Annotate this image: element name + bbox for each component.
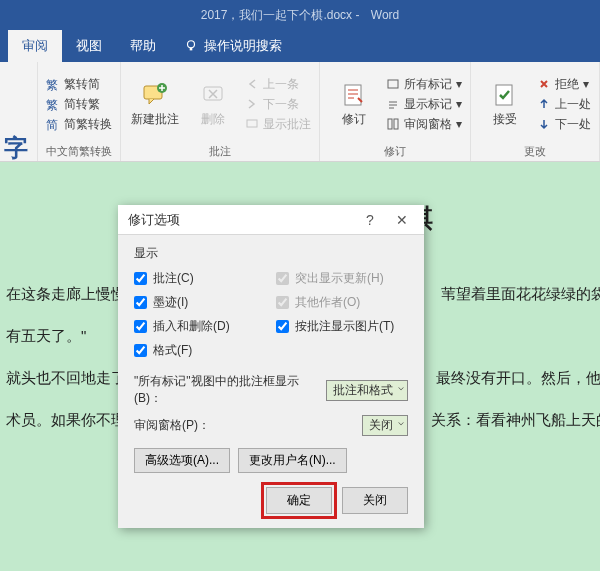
- svg-rect-1: [190, 48, 193, 51]
- svg-point-0: [188, 41, 195, 48]
- track-changes-options-dialog: 修订选项 ? ✕ 显示 批注(C) 突出显示更新(H) 墨迹(I) 其他作者(O…: [118, 205, 424, 528]
- dialog-title: 修订选项: [128, 211, 354, 229]
- balloons-select[interactable]: 批注和格式: [326, 380, 408, 401]
- char-icon: 字: [4, 132, 28, 164]
- btn-advanced-options[interactable]: 高级选项(A)...: [134, 448, 230, 473]
- tab-tellme[interactable]: 操作说明搜索: [170, 30, 296, 62]
- ribbon: 字 言 繁繁转简 繁简转繁 简简繁转换 中文简繁转换 新建批注 删除 上一条 下…: [0, 62, 600, 162]
- group-changes: 更改: [479, 142, 591, 159]
- display-section-label: 显示: [134, 245, 408, 262]
- accept-icon: [491, 81, 519, 109]
- btn-to-simplified[interactable]: 繁繁转简: [46, 76, 112, 93]
- tellme-label: 操作说明搜索: [204, 37, 282, 55]
- chk-other-authors: 其他作者(O): [276, 294, 408, 311]
- next-icon: [245, 97, 259, 111]
- btn-cancel[interactable]: 关闭: [342, 487, 408, 514]
- tab-bar: 审阅 视图 帮助 操作说明搜索: [0, 30, 600, 62]
- svg-rect-5: [247, 120, 257, 127]
- balloons-label: "所有标记"视图中的批注框显示(B)：: [134, 373, 320, 407]
- tab-help[interactable]: 帮助: [116, 30, 170, 62]
- btn-next-comment: 下一条: [245, 96, 311, 113]
- chk-highlight-updates: 突出显示更新(H): [276, 270, 408, 287]
- delete-comment-icon: [199, 81, 227, 109]
- track-icon: [340, 81, 368, 109]
- prev-icon: [245, 77, 259, 91]
- svg-rect-8: [388, 119, 392, 129]
- dialog-help-button[interactable]: ?: [354, 212, 386, 228]
- group-comments: 批注: [129, 142, 311, 159]
- prev-change-icon: [537, 97, 551, 111]
- app-name: Word: [371, 8, 399, 22]
- pane-label: 审阅窗格(P)：: [134, 417, 356, 434]
- chk-pictures-by-comment[interactable]: 按批注显示图片(T): [276, 318, 408, 335]
- svg-rect-6: [345, 85, 361, 105]
- chk-comments[interactable]: 批注(C): [134, 270, 266, 287]
- btn-new-comment[interactable]: 新建批注: [129, 66, 181, 142]
- btn-reject[interactable]: 拒绝 ▾: [537, 76, 591, 93]
- svg-rect-7: [388, 80, 398, 88]
- btn-show-comments: 显示批注: [245, 116, 311, 133]
- show-markup-icon: [386, 97, 400, 111]
- dd-show-markup[interactable]: 显示标记 ▾: [386, 96, 462, 113]
- markup-icon: [386, 77, 400, 91]
- btn-ok[interactable]: 确定: [266, 487, 332, 514]
- btn-prev-comment: 上一条: [245, 76, 311, 93]
- svg-rect-9: [394, 119, 398, 129]
- chk-insertions-deletions[interactable]: 插入和删除(D): [134, 318, 266, 335]
- tab-review[interactable]: 审阅: [8, 30, 62, 62]
- show-comments-icon: [245, 117, 259, 131]
- lightbulb-icon: [184, 39, 198, 53]
- pane-icon: [386, 117, 400, 131]
- dd-review-pane[interactable]: 审阅窗格 ▾: [386, 116, 462, 133]
- dialog-close-button[interactable]: ✕: [386, 212, 418, 228]
- new-comment-icon: [141, 81, 169, 109]
- reject-icon: [537, 77, 551, 91]
- btn-delete-comment: 删除: [187, 66, 239, 142]
- btn-to-traditional[interactable]: 繁简转繁: [46, 96, 112, 113]
- doc-title: 2017，我们一起下个棋.docx: [201, 7, 352, 24]
- group-sc: 中文简繁转换: [46, 142, 112, 159]
- next-change-icon: [537, 117, 551, 131]
- dd-all-markup[interactable]: 所有标记 ▾: [386, 76, 462, 93]
- chk-formatting[interactable]: 格式(F): [134, 342, 266, 359]
- chk-ink[interactable]: 墨迹(I): [134, 294, 266, 311]
- tab-view[interactable]: 视图: [62, 30, 116, 62]
- btn-sc-convert[interactable]: 简简繁转换: [46, 116, 112, 133]
- group-tracking: 修订: [328, 142, 462, 159]
- btn-next-change[interactable]: 下一处: [537, 116, 591, 133]
- btn-accept[interactable]: 接受: [479, 66, 531, 142]
- btn-prev-change[interactable]: 上一处: [537, 96, 591, 113]
- btn-track-changes[interactable]: 修订: [328, 66, 380, 142]
- dialog-titlebar: 修订选项 ? ✕: [118, 205, 424, 235]
- titlebar: 2017，我们一起下个棋.docx - Word: [0, 0, 600, 30]
- pane-select[interactable]: 关闭: [362, 415, 408, 436]
- btn-change-username[interactable]: 更改用户名(N)...: [238, 448, 347, 473]
